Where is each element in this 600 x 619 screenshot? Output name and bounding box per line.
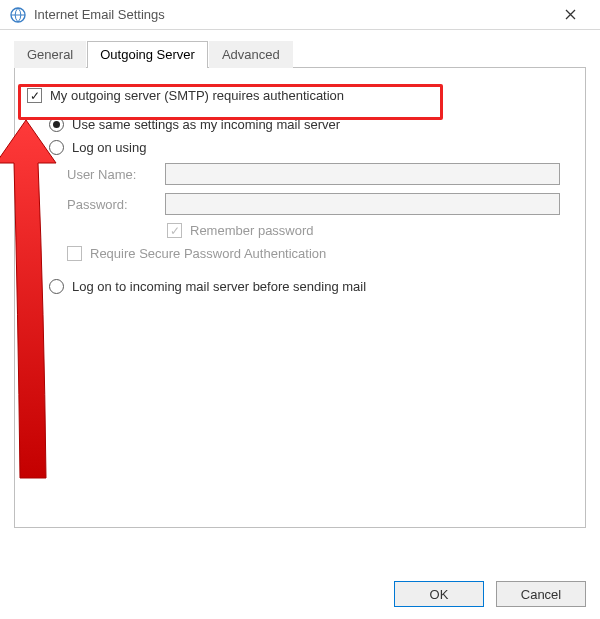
row-password: Password: (67, 193, 573, 215)
tab-general[interactable]: General (14, 41, 86, 68)
password-label: Password: (67, 197, 155, 212)
username-field[interactable] (165, 163, 560, 185)
log-on-using-label: Log on using (72, 140, 146, 155)
requires-auth-checkbox[interactable] (27, 88, 42, 103)
username-label: User Name: (67, 167, 155, 182)
tab-advanced[interactable]: Advanced (209, 41, 293, 68)
button-bar: OK Cancel (394, 581, 586, 607)
require-spa-label: Require Secure Password Authentication (90, 246, 326, 261)
password-field[interactable] (165, 193, 560, 215)
log-on-incoming-label: Log on to incoming mail server before se… (72, 279, 366, 294)
app-icon (10, 7, 26, 23)
tab-strip: General Outgoing Server Advanced (14, 40, 586, 68)
remember-password-label: Remember password (190, 223, 314, 238)
require-spa-checkbox[interactable] (67, 246, 82, 261)
ok-button[interactable]: OK (394, 581, 484, 607)
row-username: User Name: (67, 163, 573, 185)
window-title: Internet Email Settings (34, 7, 550, 22)
cancel-button[interactable]: Cancel (496, 581, 586, 607)
row-log-on-using: Log on using (49, 140, 573, 155)
use-same-label: Use same settings as my incoming mail se… (72, 117, 340, 132)
tab-outgoing-server[interactable]: Outgoing Server (87, 41, 208, 68)
use-same-radio[interactable] (49, 117, 64, 132)
dialog-content: General Outgoing Server Advanced My outg… (0, 30, 600, 619)
row-use-same: Use same settings as my incoming mail se… (49, 117, 573, 132)
log-on-using-radio[interactable] (49, 140, 64, 155)
row-require-spa: Require Secure Password Authentication (67, 246, 573, 261)
remember-password-checkbox[interactable] (167, 223, 182, 238)
row-requires-auth: My outgoing server (SMTP) requires authe… (27, 82, 573, 109)
titlebar: Internet Email Settings (0, 0, 600, 30)
requires-auth-label: My outgoing server (SMTP) requires authe… (50, 88, 344, 103)
row-log-on-incoming: Log on to incoming mail server before se… (49, 279, 573, 294)
close-icon (565, 9, 576, 20)
tab-panel-outgoing: My outgoing server (SMTP) requires authe… (14, 68, 586, 528)
log-on-incoming-radio[interactable] (49, 279, 64, 294)
close-button[interactable] (550, 1, 590, 29)
row-remember-password: Remember password (167, 223, 573, 238)
